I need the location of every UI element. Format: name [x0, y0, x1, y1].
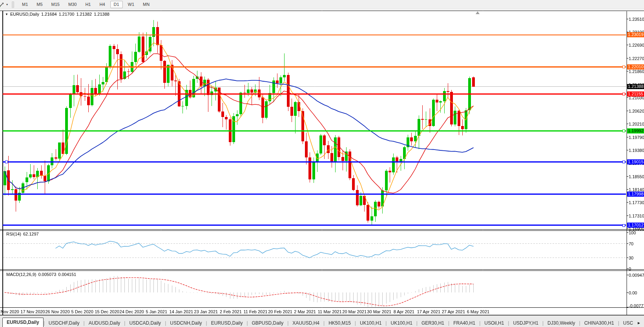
macd-indicator-label: MACD(12,26,9) 0.005073 0.004151 [6, 272, 76, 277]
price-line-label-1.17998: 1.17998 [627, 192, 644, 197]
time-axis-label: 26 Nov 2020 [45, 309, 69, 314]
crosshair-cursor-icon[interactable] [0, 2, 5, 8]
line-anchor-marker [5, 161, 8, 163]
time-axis-label: 17 Apr 2021 [417, 309, 440, 314]
time-axis-label: 11 Mar 2021 [318, 309, 342, 314]
price-line-label-1.19992: 1.19992 [627, 128, 644, 133]
tab-dj30-weekly[interactable]: DJ30,Weekly [544, 319, 579, 327]
price-axis-tick: 1.21860 [629, 69, 644, 74]
horizontal-line-1.17012[interactable] [3, 225, 626, 226]
timeframe-button-M30[interactable]: M30 [65, 1, 80, 8]
symbol-period-label: EURUSD,Daily [10, 12, 39, 16]
chart-ohlc-header: ▼ EURUSD,Daily 1.21684 1.21700 1.21382 1… [5, 12, 109, 16]
top-toolbar: ▾ M1M5M15M30H1H4D1W1MN [0, 0, 644, 9]
price-axis-tick: 1.22690 [629, 43, 644, 47]
macd-axis-tick: 0.009478 [629, 273, 644, 278]
tab-hk50-m15[interactable]: HK50,M15 [325, 319, 355, 327]
rsi-value: 62.1297 [23, 232, 39, 236]
macd-axis-tick: 0.00 [629, 290, 637, 295]
price-line-label-1.23019: 1.23019 [627, 32, 644, 37]
high-value: 1.21700 [59, 12, 75, 16]
horizontal-line-1.19992[interactable] [3, 130, 626, 132]
cursor-dropdown-arrow-icon[interactable]: ▾ [6, 3, 8, 6]
timeframe-toolbar: M1M5M15M30H1H4D1W1MN [18, 1, 154, 8]
horizontal-line-1.23019[interactable] [3, 35, 626, 35]
timeframe-button-W1[interactable]: W1 [124, 1, 138, 8]
toolbar-grip-handle[interactable] [12, 2, 14, 8]
time-axis-label: 2 Feb 2021 [220, 309, 242, 314]
collapse-triangle-icon[interactable]: ▼ [5, 13, 8, 16]
time-axis-label: 2 Mar 2021 [294, 309, 316, 314]
tab-audusd-daily[interactable]: AUDUSD,Daily [85, 319, 124, 327]
chart-tabs: EURUSD,Daily|USDCHF,Daily|AUDUSD,Daily|U… [0, 316, 635, 327]
chart-shift-marker-icon[interactable] [476, 11, 480, 14]
time-axis-label: 15 Dec 2020 [95, 309, 119, 314]
rsi-axis-tick: 30 [629, 256, 633, 260]
chart-canvas[interactable] [0, 0, 644, 327]
tab-uk100-h1[interactable]: UK100,H1 [356, 319, 385, 327]
price-axis-tick: 1.18550 [629, 174, 644, 179]
tab-eurusd-daily[interactable]: EURUSD,Daily [207, 319, 247, 327]
tab-usdjpy-h1[interactable]: USDJPY,H1 [509, 319, 542, 327]
tab-usdcnh-daily[interactable]: USDCNH,Daily [166, 319, 206, 327]
timeframe-button-H1[interactable]: H1 [82, 1, 94, 8]
rsi-axis-tick: 100 [629, 230, 636, 235]
tab-usdcad-daily[interactable]: USDCAD,Daily [125, 319, 165, 327]
tab-usoil-h1[interactable]: USOil,H1 [480, 319, 508, 327]
timeframe-button-MN[interactable]: MN [139, 1, 153, 8]
chart-tab-bar: EURUSD,Daily|USDCHF,Daily|AUDUSD,Daily|U… [0, 315, 644, 327]
rsi-axis-tick: 0 [629, 267, 631, 271]
macd-axis-tick: -0.007778 [629, 303, 644, 308]
open-value: 1.21684 [41, 12, 57, 16]
price-axis-tick: 1.17730 [629, 200, 644, 205]
time-axis-label: 5 Jan 2021 [146, 309, 167, 314]
price-axis-tick: 1.22270 [629, 56, 644, 61]
price-axis-tick: 1.19380 [629, 148, 644, 153]
line-anchor-marker [622, 66, 625, 68]
time-axis-label: 27 Apr 2021 [442, 309, 465, 314]
horizontal-line-1.21155[interactable] [3, 93, 626, 95]
price-line-label-1.17012: 1.17012 [627, 223, 644, 228]
horizontal-line-1.22010[interactable] [3, 66, 626, 68]
current-price-label: 1.21388 [627, 84, 644, 89]
time-axis-label: 7 Nov 2020 [0, 309, 19, 314]
timeframe-button-D1[interactable]: D1 [110, 1, 123, 8]
time-axis-label: 23 Jan 2021 [194, 309, 218, 314]
macd-signal-value: 0.004151 [58, 272, 76, 277]
price-axis-tick: 1.17310 [629, 214, 644, 218]
price-line-label-1.21155: 1.21155 [627, 91, 644, 97]
timeframe-button-M5[interactable]: M5 [33, 1, 46, 8]
price-axis-tick: 1.19790 [629, 135, 644, 140]
time-axis-label: 20 Feb 2021 [268, 309, 292, 314]
price-axis-tick: 1.23510 [629, 17, 644, 22]
time-axis-label: 17 Nov 2020 [20, 309, 45, 314]
line-anchor-marker [622, 161, 625, 163]
timeframe-button-M15[interactable]: M15 [48, 1, 63, 8]
macd-main-value: 0.005073 [38, 272, 56, 277]
line-anchor-marker [622, 93, 625, 95]
macd-name: MACD(12,26,9) [6, 272, 36, 277]
price-line-label-1.19015: 1.19015 [627, 159, 644, 164]
time-axis-label: 6 May 2021 [467, 309, 489, 314]
timeframe-button-H4[interactable]: H4 [96, 1, 108, 8]
time-axis-label: 14 Jan 2021 [170, 309, 193, 314]
time-axis-label: 30 Mar 2021 [367, 309, 391, 314]
tab-eurusd-daily[interactable]: EURUSD,Daily [2, 318, 44, 327]
tab-usdchf-daily[interactable]: USDCHF,Daily [45, 319, 84, 327]
tab-fra40-h1[interactable]: FRA40,H1 [449, 319, 479, 327]
time-axis-label: 24 Dec 2020 [120, 309, 144, 314]
tab-xauusd-h4[interactable]: XAUUSD,H4 [288, 319, 323, 327]
tab-uk100-h1[interactable]: UK100,H1 [387, 319, 416, 327]
timeframe-button-M1[interactable]: M1 [18, 1, 31, 8]
close-value: 1.21388 [94, 12, 109, 16]
tab-ger30-h1[interactable]: GER30,H1 [418, 319, 448, 327]
tab-gbpusd-daily[interactable]: GBPUSD,Daily [248, 319, 288, 327]
tab-usc[interactable]: USC [619, 319, 635, 327]
rsi-axis-tick: 70 [629, 241, 633, 246]
tab-china300-h1[interactable]: CHINA300,H1 [580, 319, 618, 327]
horizontal-line-1.19015[interactable] [3, 161, 626, 163]
horizontal-line-1.17998[interactable] [3, 194, 626, 195]
rsi-indicator-label: RSI(14) 62.1297 [6, 232, 39, 236]
low-value: 1.21382 [76, 12, 92, 16]
tab-scroll-right-icon[interactable]: ► [635, 321, 644, 327]
